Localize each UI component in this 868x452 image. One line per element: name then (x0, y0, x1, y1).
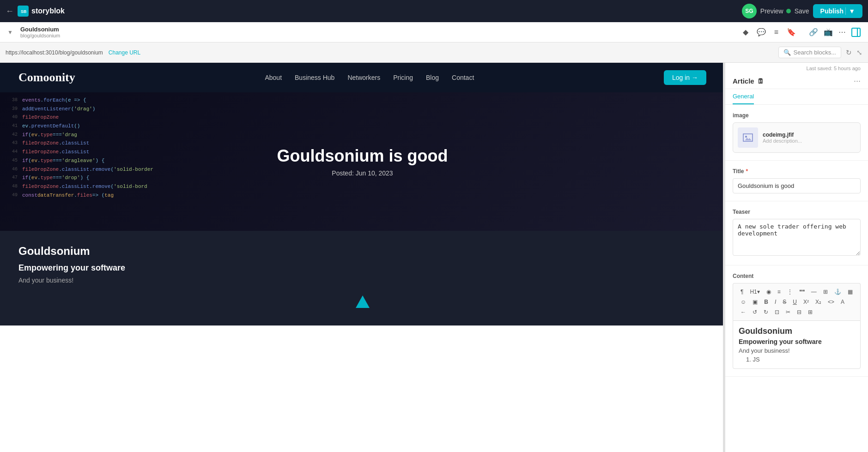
publish-dropdown-arrow[interactable]: ▼ (845, 7, 855, 15)
panel-title: Article 🗓 (733, 77, 764, 85)
refresh-button[interactable]: ↻ (846, 48, 852, 57)
image-filename: codeimg.jfif (763, 132, 802, 138)
publish-button[interactable]: Publish ▼ (813, 4, 862, 18)
content-body: And your business! (18, 277, 706, 284)
change-url-link[interactable]: Change URL (109, 49, 140, 56)
content-editor[interactable]: Gouldsonium Empowering your software And… (733, 320, 861, 369)
code-btn[interactable]: <> (825, 297, 837, 307)
image-field[interactable]: codeimg.jfif Add description... (733, 122, 861, 153)
hero-section: 38events.forEach(e => { 39 addEventListe… (0, 92, 725, 231)
app-name: storyblok (31, 7, 65, 15)
image-description: Add description... (763, 138, 802, 144)
plus-btn[interactable]: ⊞ (805, 307, 815, 317)
nav-link-pricing[interactable]: Pricing (393, 74, 413, 81)
hr-btn[interactable]: — (808, 287, 819, 296)
panel-icon[interactable] (851, 28, 861, 37)
search-icon: 🔍 (783, 49, 791, 56)
avatar: SG (742, 4, 757, 18)
chat-icon[interactable]: 💬 (757, 28, 766, 36)
bold-btn[interactable]: B (761, 297, 771, 307)
status-dot (786, 9, 791, 13)
nav-link-networkers[interactable]: Networkers (347, 74, 380, 81)
content-editor-list: 1. JS (746, 356, 855, 363)
toggle-icon[interactable]: ▼ (7, 29, 13, 36)
toolbar-icons: ◆ 💬 ≡ 🔖 (743, 28, 796, 36)
calendar-icon: 🗓 (757, 77, 764, 85)
right-panel: Last saved: 5 hours ago Article 🗓 ⋯ Gene… (725, 63, 868, 452)
superscript-btn[interactable]: X² (801, 297, 812, 307)
title-label: Title * (733, 168, 861, 175)
panel-header: Article 🗓 ⋯ (725, 71, 868, 89)
emoji-btn[interactable]: ☺ (738, 297, 749, 307)
hero-text: Gouldsonium is good Posted: Jun 10, 2023 (277, 146, 448, 177)
panel-icons: ⋯ (854, 77, 861, 85)
svg-marker-4 (356, 295, 370, 308)
strikethrough-btn[interactable]: S (780, 297, 789, 307)
content-editor-body: And your business! (739, 347, 855, 354)
image-label: image (733, 112, 861, 119)
content-editor-subheading: Empowering your software (739, 338, 855, 345)
tab-general[interactable]: General (733, 89, 754, 104)
site-logo: Comoonity (18, 71, 75, 84)
site-login-button[interactable]: Log in → (664, 70, 706, 85)
cut-btn[interactable]: ✂ (783, 307, 793, 317)
content-editor-heading: Gouldsonium (739, 326, 855, 336)
expand-button[interactable]: ⤡ (856, 48, 862, 57)
preview-button[interactable]: Preview (760, 7, 791, 15)
diamond-icon[interactable]: ◆ (743, 28, 748, 36)
url-actions: 🔍 Search blocks... ↻ ⤡ (778, 47, 863, 58)
table-btn[interactable]: ⊞ (820, 287, 831, 296)
content-subheading: Empowering your software (18, 263, 706, 273)
blockquote-btn[interactable]: ◉ (764, 287, 774, 296)
content-toolbar: ¶ H1▾ ◉ ≡ ⋮ ❝❝ — ⊞ ⚓ ▦ ☺ ▣ B I S U X² X₂… (733, 283, 861, 320)
image-section: image codeimg.jfif Add description... (725, 105, 868, 161)
heading-btn[interactable]: H1▾ (747, 287, 762, 296)
hero-title: Gouldsonium is good (277, 146, 448, 166)
teaser-label: Teaser (733, 209, 861, 215)
back-button[interactable]: ← (6, 6, 14, 16)
content-icon (353, 293, 372, 312)
last-saved: Last saved: 5 hours ago (725, 63, 868, 71)
app-logo: SB storyblok (18, 6, 65, 17)
image-thumbnail (738, 127, 758, 148)
more-icon[interactable]: ⋯ (838, 28, 846, 36)
copy-btn[interactable]: ⊡ (772, 307, 782, 317)
undo-btn[interactable]: ↺ (750, 307, 760, 317)
teaser-textarea[interactable]: A new sole trader offering web developme… (733, 219, 861, 256)
more-options-icon[interactable]: ⋯ (854, 77, 861, 85)
site-nav-links: About Business Hub Networkers Pricing Bl… (265, 74, 474, 81)
paragraph-btn[interactable]: ¶ (738, 287, 746, 296)
quote-btn[interactable]: ❝❝ (796, 287, 807, 296)
sliders-icon[interactable]: ≡ (774, 28, 778, 36)
nav-link-blog[interactable]: Blog (426, 74, 439, 81)
teaser-section: Teaser A new sole trader offering web de… (725, 201, 868, 265)
preview-pane: Comoonity About Business Hub Networkers … (0, 63, 725, 452)
nav-link-businesshub[interactable]: Business Hub (295, 74, 334, 81)
redo-btn[interactable]: ↻ (761, 307, 771, 317)
desktop-icon[interactable]: 📺 (824, 28, 833, 36)
underline-btn[interactable]: U (790, 297, 800, 307)
component-btn[interactable]: ▣ (750, 297, 760, 307)
minus-btn[interactable]: ⊟ (794, 307, 804, 317)
align-btn[interactable]: ← (738, 307, 749, 317)
color-btn[interactable]: A (838, 297, 847, 307)
ordered-list-btn[interactable]: ⋮ (784, 287, 795, 296)
bookmark-icon[interactable]: 🔖 (787, 28, 796, 36)
italic-btn[interactable]: I (772, 297, 779, 307)
breadcrumb-title: Gouldsonium (20, 26, 60, 33)
link-icon[interactable]: 🔗 (809, 28, 818, 36)
nav-link-contact[interactable]: Contact (452, 74, 474, 81)
content-label: Content (733, 273, 861, 279)
preview-scroll[interactable]: Comoonity About Business Hub Networkers … (0, 63, 725, 452)
search-blocks-input[interactable]: 🔍 Search blocks... (778, 47, 842, 58)
image-embed-btn[interactable]: ▦ (845, 287, 856, 296)
save-button[interactable]: Save (795, 7, 809, 15)
nav-link-about[interactable]: About (265, 74, 282, 81)
anchor-btn[interactable]: ⚓ (832, 287, 844, 296)
unordered-list-btn[interactable]: ≡ (775, 287, 783, 296)
resize-handle[interactable] (723, 63, 725, 452)
top-bar: ← SB storyblok SG Preview Save Publish ▼ (0, 0, 868, 22)
main-area: Comoonity About Business Hub Networkers … (0, 63, 868, 452)
subscript-btn[interactable]: X₂ (813, 297, 824, 307)
title-input[interactable] (733, 178, 861, 193)
